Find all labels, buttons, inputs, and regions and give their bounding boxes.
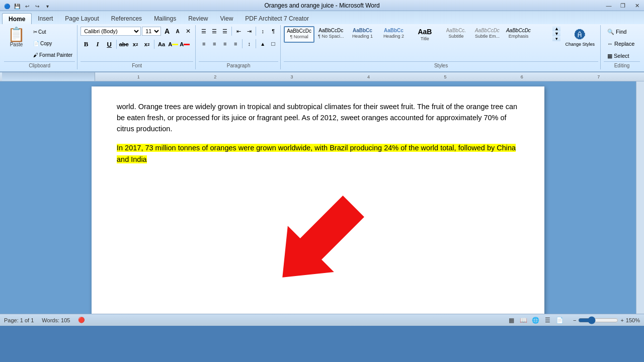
undo-button[interactable]: ↩ bbox=[23, 2, 32, 11]
style-emphasis[interactable]: AaBbCcDc Emphasis bbox=[503, 26, 533, 43]
clipboard-content: 📋 Paste ✂ Cut 📄 Copy 🖌 Format Painter bbox=[4, 26, 75, 61]
web-layout-button[interactable]: 🌐 bbox=[531, 316, 541, 325]
style-heading2[interactable]: AaBbCc Heading 2 bbox=[378, 26, 409, 43]
redo-button[interactable]: ↪ bbox=[33, 2, 42, 11]
vertical-scrollbar[interactable] bbox=[636, 81, 644, 314]
zoom-minus[interactable]: − bbox=[573, 317, 576, 323]
bullets-button[interactable]: ☰ bbox=[199, 26, 209, 36]
gallery-scroll-down[interactable]: ▼ bbox=[552, 31, 560, 36]
draft-button[interactable]: 📄 bbox=[555, 316, 565, 325]
paragraph-label: Paragraph bbox=[199, 61, 278, 68]
font-size-select[interactable]: 11 bbox=[142, 27, 161, 36]
style-emphasis-label: Emphasis bbox=[509, 34, 529, 39]
font-name-select[interactable]: Calibri (Body) bbox=[80, 27, 141, 36]
editing-group: 🔍 Find ↔ Replace ▦ Select Editing bbox=[602, 25, 642, 69]
change-styles-button[interactable]: 🅐 Change Styles bbox=[561, 26, 598, 49]
ruler-numbers: 1 2 3 4 5 6 7 bbox=[95, 74, 642, 79]
style-subtitle-preview: AaBbCc. bbox=[446, 28, 466, 33]
style-subtle-emphasis[interactable]: AaBbCcDc Subtle Em... bbox=[472, 26, 502, 43]
style-heading1-preview: AaBbCc bbox=[353, 28, 372, 33]
tab-page-layout[interactable]: Page Layout bbox=[59, 13, 105, 24]
style-subtle-emphasis-label: Subtle Em... bbox=[475, 34, 500, 39]
justify-button[interactable]: ≡ bbox=[230, 39, 240, 49]
multilevel-button[interactable]: ☰ bbox=[220, 26, 230, 36]
tab-insert[interactable]: Insert bbox=[32, 13, 59, 24]
cut-icon: ✂ bbox=[33, 29, 37, 35]
ribbon: Home Insert Page Layout References Maili… bbox=[0, 11, 644, 72]
para-div3 bbox=[242, 39, 243, 48]
zoom-slider[interactable] bbox=[578, 317, 618, 323]
find-icon: 🔍 bbox=[607, 29, 614, 35]
change-styles-icon: 🅐 bbox=[575, 29, 586, 42]
shading-button[interactable]: ▲ bbox=[258, 39, 268, 49]
divider1 bbox=[116, 40, 117, 49]
tab-home[interactable]: Home bbox=[2, 13, 32, 24]
paragraph1: world. Orange trees are widely grown in … bbox=[117, 102, 519, 134]
font-color-icon: A bbox=[180, 41, 184, 47]
tab-mailings[interactable]: Mailings bbox=[148, 13, 182, 24]
copy-icon: 📄 bbox=[33, 41, 39, 46]
increase-indent-button[interactable]: ⇥ bbox=[244, 26, 254, 36]
style-title-label: Title bbox=[421, 36, 429, 41]
style-subtitle-label: Subtitle bbox=[448, 34, 463, 39]
grow-font-button[interactable]: A bbox=[162, 26, 172, 36]
align-right-button[interactable]: ≡ bbox=[220, 39, 230, 49]
maximize-button[interactable]: ❐ bbox=[616, 0, 630, 11]
style-normal-preview: AaBbCcDc bbox=[287, 28, 311, 34]
superscript-button[interactable]: x2 bbox=[141, 39, 152, 50]
print-layout-button[interactable]: ▦ bbox=[507, 316, 517, 325]
minimize-button[interactable]: — bbox=[602, 0, 616, 11]
italic-button[interactable]: I bbox=[92, 39, 103, 50]
tab-view[interactable]: View bbox=[214, 13, 239, 24]
tab-references[interactable]: References bbox=[105, 13, 148, 24]
find-button[interactable]: 🔍 Find bbox=[604, 26, 630, 37]
align-left-button[interactable]: ≡ bbox=[199, 39, 209, 49]
style-heading1[interactable]: AaBbCc Heading 1 bbox=[347, 26, 377, 43]
borders-button[interactable]: □ bbox=[268, 39, 278, 49]
zoom-plus[interactable]: + bbox=[620, 317, 623, 323]
paragraph-content: ☰ ☰ ☰ ⇤ ⇥ ↕ ¶ ≡ ≡ ≡ ≡ ↕ bbox=[199, 26, 278, 61]
tab-pdf[interactable]: PDF Architect 7 Creator bbox=[239, 13, 315, 24]
decrease-indent-button[interactable]: ⇤ bbox=[233, 26, 244, 36]
full-reading-button[interactable]: 📖 bbox=[519, 316, 529, 325]
paste-button[interactable]: 📋 Paste bbox=[4, 26, 29, 49]
align-center-button[interactable]: ≡ bbox=[209, 39, 219, 49]
styles-label: Styles bbox=[284, 61, 598, 68]
subscript-button[interactable]: x2 bbox=[130, 39, 141, 50]
line-spacing-button[interactable]: ↕ bbox=[244, 39, 254, 49]
font-color-indicator bbox=[184, 44, 190, 45]
document-area: world. Orange trees are widely grown in … bbox=[0, 81, 644, 314]
title-bar: 🔵 💾 ↩ ↪ ▾ Oranges and orange juice - Mic… bbox=[0, 0, 644, 11]
divider2 bbox=[154, 40, 154, 49]
gallery-expand[interactable]: ▾ bbox=[552, 36, 560, 41]
cut-button[interactable]: ✂ Cut bbox=[31, 26, 75, 37]
svg-marker-0 bbox=[259, 183, 376, 300]
style-normal[interactable]: AaBbCcDc ¶ Normal bbox=[284, 26, 314, 43]
qa-dropdown[interactable]: ▾ bbox=[43, 2, 52, 11]
style-no-spacing[interactable]: AaBbCcDc ¶ No Spaci... bbox=[315, 26, 346, 43]
replace-button[interactable]: ↔ Replace bbox=[604, 38, 638, 49]
bold-button[interactable]: B bbox=[80, 39, 92, 50]
style-subtitle[interactable]: AaBbCc. Subtitle bbox=[441, 26, 471, 43]
shrink-font-button[interactable]: A bbox=[173, 26, 183, 36]
select-button[interactable]: ▦ Select bbox=[604, 50, 633, 61]
office-button[interactable]: 🔵 bbox=[3, 2, 12, 11]
outline-button[interactable]: ☰ bbox=[543, 316, 553, 325]
copy-button[interactable]: 📄 Copy bbox=[31, 38, 75, 49]
save-button[interactable]: 💾 bbox=[13, 2, 22, 11]
format-painter-button[interactable]: 🖌 Format Painter bbox=[31, 49, 75, 60]
close-button[interactable]: ✕ bbox=[630, 0, 644, 11]
show-marks-button[interactable]: ¶ bbox=[268, 26, 278, 36]
underline-button[interactable]: U bbox=[104, 39, 115, 50]
tab-review[interactable]: Review bbox=[182, 13, 214, 24]
font-color-button[interactable]: A bbox=[179, 39, 190, 50]
change-case-button[interactable]: Aa bbox=[156, 39, 167, 50]
clear-format-button[interactable]: ✕ bbox=[183, 26, 193, 36]
gallery-scroll-up[interactable]: ▲ bbox=[552, 26, 560, 31]
numbering-button[interactable]: ☰ bbox=[209, 26, 219, 36]
strikethrough-button[interactable]: abc bbox=[118, 39, 129, 50]
highlight-button[interactable]: A bbox=[168, 39, 179, 50]
proofing-icon[interactable]: 🔴 bbox=[78, 317, 85, 323]
style-title[interactable]: AaB Title bbox=[410, 26, 440, 43]
sort-button[interactable]: ↕ bbox=[258, 26, 268, 36]
